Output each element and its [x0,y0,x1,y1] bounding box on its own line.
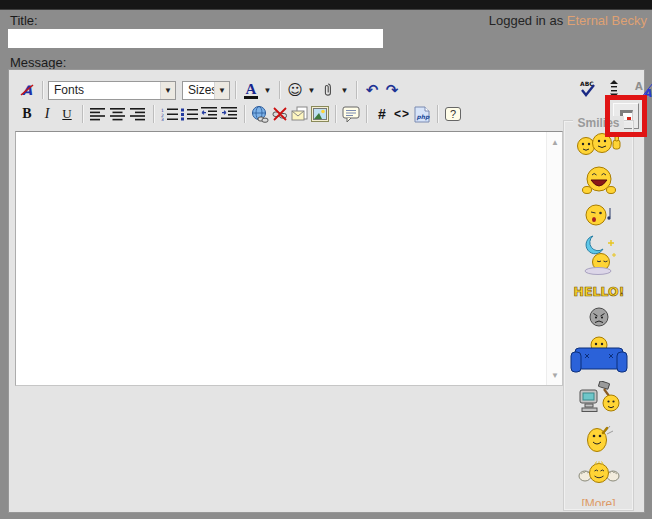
toolbar-separator [153,105,154,123]
align-center-button[interactable] [108,104,128,124]
code-button[interactable]: # [372,104,392,124]
quote-icon [342,106,360,123]
chevron-down-icon: ▼ [160,82,175,99]
insert-image-button[interactable] [310,104,330,124]
php-icon: php [414,106,430,123]
align-right-icon [130,108,146,121]
font-size-value: Sizes [183,83,214,97]
toolbar-separator [235,81,236,99]
redo-button[interactable]: ↷ [382,80,402,100]
title-input[interactable] [8,29,383,48]
smiley-computer-smash-smiley[interactable] [578,381,620,415]
smiley-hello-smiley[interactable]: HELLO! [571,283,627,299]
ordered-list-button[interactable]: 123 [159,104,179,124]
resize-editor-button[interactable] [604,79,624,99]
smiley-couch-hiding-smiley[interactable] [570,335,628,373]
toolbar-separator [335,105,336,123]
outdent-button[interactable] [199,104,219,124]
toolbar-separator [279,81,280,99]
scroll-up-icon[interactable]: ▲ [547,134,563,150]
textarea-scrollbar[interactable]: ▲ ▼ [546,132,562,385]
remove-format-button[interactable]: A [17,80,37,100]
logged-in-status: Logged in as Eternal Becky [489,13,647,28]
logged-in-prefix: Logged in as [489,13,567,28]
font-family-value: Fonts [49,83,160,97]
insert-smiley-button[interactable]: ☺ [285,80,305,100]
chevron-down-icon: ▼ [341,86,349,95]
font-color-dropdown[interactable]: ▼ [261,80,274,100]
align-right-button[interactable] [128,104,148,124]
globe-link-icon [251,106,269,123]
undo-button[interactable]: ↶ [362,80,382,100]
message-editor-panel: A Fonts ▼ Sizes ▼ A ▼ ☺ ▼ ▼ ↶ ↷ [8,69,645,513]
insert-email-button[interactable] [290,104,310,124]
switch-mode-icon: AA [632,80,652,99]
toolbar-row-1: A Fonts ▼ Sizes ▼ A ▼ ☺ ▼ ▼ ↶ ↷ [17,79,402,101]
font-size-select[interactable]: Sizes ▼ [182,81,230,100]
image-icon [311,106,329,122]
smiley-hugging-smiley[interactable] [578,461,620,487]
smilies-more-link[interactable]: [More] [581,497,615,506]
outdent-icon [201,107,218,121]
smilies-legend: Smilies [564,113,633,131]
remove-format-icon: A [19,82,35,98]
username-link[interactable]: Eternal Becky [567,13,647,28]
scroll-down-icon[interactable]: ▼ [547,367,563,383]
toolbar-separator [366,105,367,123]
ordered-list-icon: 123 [161,107,178,121]
indent-button[interactable] [219,104,239,124]
smiley-icon: ☺ [287,81,303,99]
envelope-icon [291,106,309,122]
smilies-list: HELLO![More] [564,131,633,506]
message-textarea[interactable]: ▲ ▼ [15,131,563,386]
smiley-waving-smiley[interactable] [585,423,613,453]
window-top-bar [0,0,652,10]
font-color-button[interactable]: A [241,80,261,100]
spellcheck-button[interactable]: ABC [577,79,597,99]
unordered-list-button[interactable] [179,104,199,124]
indent-icon [221,107,238,121]
align-left-icon [90,108,106,121]
toolbar-separator [244,105,245,123]
align-center-icon [110,108,126,121]
php-button[interactable]: php [412,104,432,124]
attachment-dropdown[interactable]: ▼ [338,80,351,100]
chevron-down-icon: ▼ [308,86,316,95]
svg-text:3: 3 [161,117,164,121]
undo-icon: ↶ [366,81,379,99]
toolbar-separator [356,81,357,99]
smiley-high-five-smiley[interactable] [575,131,623,157]
spellcheck-icon: ABC [578,80,596,99]
redo-icon: ↷ [386,81,399,99]
toolbar-separator [42,81,43,99]
message-label: Message: [10,55,66,70]
insert-smiley-dropdown[interactable]: ▼ [305,80,318,100]
align-left-button[interactable] [88,104,108,124]
smiley-sleeping-smiley[interactable] [578,235,620,275]
bold-button[interactable]: B [17,104,37,124]
help-icon: ? [445,107,461,121]
toolbar-separator [437,105,438,123]
smiley-laughing-smiley[interactable] [581,165,617,195]
svg-text:A: A [643,87,652,99]
smiley-whistling-smiley[interactable] [584,203,614,227]
message-content[interactable] [16,132,546,385]
insert-link-button[interactable] [250,104,270,124]
font-family-select[interactable]: Fonts ▼ [48,81,176,100]
html-button[interactable]: <> [392,104,412,124]
switch-mode-button[interactable]: AA [631,79,652,99]
unlink-icon [271,106,289,122]
smiley-grumpy-smiley[interactable] [588,307,610,327]
toolbar-right-tools: ABC AA [577,79,652,99]
help-button[interactable]: ? [443,104,463,124]
italic-button[interactable]: I [37,104,57,124]
svg-text:A: A [635,81,643,92]
chevron-down-icon: ▼ [214,82,229,99]
svg-text:HELLO!: HELLO! [573,284,624,299]
underline-button[interactable]: U [57,104,77,124]
unlink-button[interactable] [270,104,290,124]
paperclip-icon [323,82,333,98]
attachment-button[interactable] [318,80,338,100]
resize-arrows-icon [609,80,619,98]
quote-button[interactable] [341,104,361,124]
